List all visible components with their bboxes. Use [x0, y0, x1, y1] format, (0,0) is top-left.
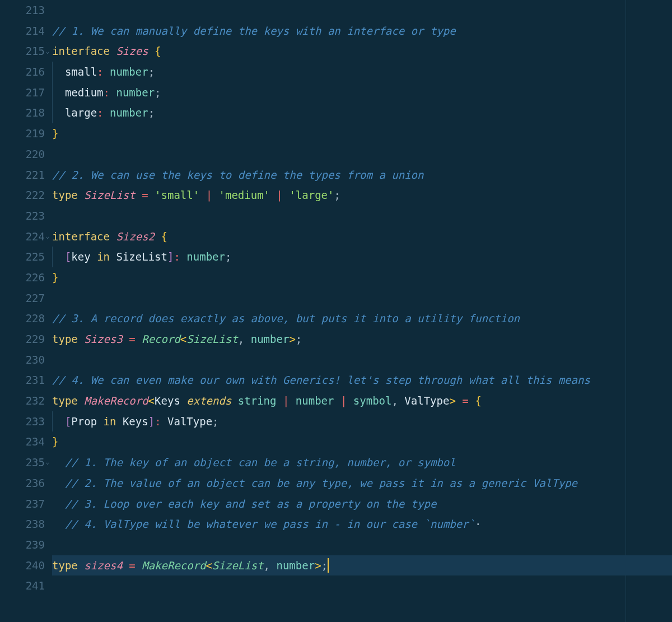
bracket-close: ]	[148, 415, 155, 428]
keyword-type: type	[52, 394, 78, 407]
comment: // 3. A record does exactly as above, bu…	[52, 312, 520, 324]
line-number: 222	[0, 185, 45, 206]
line-number: 233	[0, 411, 45, 432]
line-number: 231	[0, 370, 45, 391]
indent-guide	[52, 82, 66, 103]
line-number: 230	[0, 350, 45, 370]
type-name: Sizes	[116, 45, 148, 57]
line-number: 217	[0, 82, 45, 103]
code-line[interactable]: }	[52, 431, 672, 452]
code-line[interactable]	[52, 206, 672, 226]
semicolon: ;	[334, 189, 340, 201]
string-literal: 'large'	[289, 189, 334, 201]
line-number: 228	[0, 308, 45, 329]
colon: :	[155, 415, 161, 428]
indent-guide	[52, 103, 66, 123]
line-number: 215⌄	[0, 41, 45, 62]
code-line[interactable]: medium: number;	[52, 82, 672, 103]
pipe: |	[206, 189, 212, 201]
line-number: 227	[0, 288, 45, 309]
line-number: 235⌄	[0, 452, 45, 473]
code-line[interactable]: small: number;	[52, 62, 672, 82]
type-name: MakeRecord	[84, 394, 148, 407]
brace-close: }	[52, 271, 58, 284]
code-area[interactable]: // 1. We can manually define the keys wi…	[50, 0, 672, 622]
code-line[interactable]: large: number;	[52, 103, 672, 123]
fold-chevron-icon[interactable]: ⌄	[45, 226, 49, 247]
pipe: |	[340, 394, 347, 407]
type-ref: Keys	[123, 415, 148, 428]
equals: =	[462, 394, 468, 407]
keyword-interface: interface	[52, 45, 110, 57]
comment: // 4. ValType will be whatever we pass i…	[65, 518, 475, 530]
type-ref: SizeList	[212, 559, 264, 572]
semicolon: ;	[225, 250, 231, 263]
code-line[interactable]: // 3. Loop over each key and set as a pr…	[52, 494, 672, 514]
code-line[interactable]	[52, 535, 672, 555]
code-line[interactable]: // 4. ValType will be whatever we pass i…	[52, 514, 672, 535]
code-line[interactable]: // 2. We can use the keys to define the …	[52, 165, 672, 185]
comment: // 1. We can manually define the keys wi…	[52, 25, 456, 37]
fold-chevron-icon[interactable]: ⌄	[45, 452, 49, 473]
keyword-type: type	[52, 333, 78, 345]
brace-open: {	[161, 230, 167, 243]
code-line[interactable]	[52, 0, 672, 21]
type-primitive: number	[296, 394, 334, 407]
code-line[interactable]: interface Sizes {	[52, 41, 672, 62]
colon: :	[97, 106, 103, 119]
line-number: 238	[0, 514, 45, 535]
mapped-key: Prop	[71, 415, 97, 428]
equals: =	[129, 333, 135, 345]
code-line[interactable]: // 2. The value of an object can be any …	[52, 473, 672, 494]
semicolon: ;	[148, 106, 155, 119]
keyword-extends: extends	[186, 394, 231, 407]
code-line[interactable]: // 1. We can manually define the keys wi…	[52, 21, 672, 41]
line-number: 219	[0, 123, 45, 144]
code-line[interactable]: interface Sizes2 {	[52, 226, 672, 247]
code-line[interactable]: [Prop in Keys]: ValType;	[52, 411, 672, 432]
code-line[interactable]: type MakeRecord<Keys extends string | nu…	[52, 391, 672, 411]
line-number: 232	[0, 391, 45, 411]
code-line[interactable]: // 4. We can even make our own with Gene…	[52, 370, 672, 391]
angle-open: <	[180, 333, 186, 345]
comma: ,	[238, 333, 244, 345]
code-line[interactable]	[52, 288, 672, 309]
code-line[interactable]: // 1. The key of an object can be a stri…	[52, 452, 672, 473]
type-ref: MakeRecord	[142, 559, 206, 572]
type-name: sizes4	[84, 559, 123, 572]
line-number: 225	[0, 247, 45, 267]
code-line[interactable]: }	[52, 123, 672, 144]
semicolon: ;	[155, 86, 161, 99]
code-line[interactable]: [key in SizeList]: number;	[52, 247, 672, 267]
code-editor[interactable]: 213214215⌄216217218219220221222223224⌄22…	[0, 0, 672, 622]
line-number: 237	[0, 494, 45, 514]
type-primitive: symbol	[353, 394, 392, 407]
code-line[interactable]: }	[52, 267, 672, 288]
fold-chevron-icon[interactable]: ⌄	[45, 41, 49, 62]
angle-open: <	[148, 394, 155, 407]
brace-open: {	[155, 45, 161, 57]
code-line[interactable]: type SizeList = 'small' | 'medium' | 'la…	[52, 185, 672, 206]
semicolon: ;	[148, 66, 155, 78]
brace-open: {	[475, 394, 481, 407]
bracket-open: [	[65, 250, 71, 263]
code-line[interactable]: type Sizes3 = Record<SizeList, number>;	[52, 329, 672, 350]
line-number: 241	[0, 575, 45, 596]
pipe: |	[283, 394, 289, 407]
line-number: 226	[0, 267, 45, 288]
line-number: 239	[0, 535, 45, 555]
code-line[interactable]: // 3. A record does exactly as above, bu…	[52, 308, 672, 329]
code-line[interactable]	[52, 575, 672, 596]
brace-close: }	[52, 435, 58, 448]
code-line[interactable]	[52, 144, 672, 165]
line-number: 220	[0, 144, 45, 165]
line-number: 229	[0, 329, 45, 350]
line-number: 223	[0, 206, 45, 226]
code-line-active[interactable]: type sizes4 = MakeRecord<SizeList, numbe…	[52, 555, 672, 576]
angle-close: >	[449, 394, 455, 407]
type-primitive: number	[251, 333, 290, 345]
code-line[interactable]	[52, 350, 672, 370]
line-number: 224⌄	[0, 226, 45, 247]
line-number-gutter: 213214215⌄216217218219220221222223224⌄22…	[0, 0, 50, 622]
property: small	[65, 66, 97, 78]
